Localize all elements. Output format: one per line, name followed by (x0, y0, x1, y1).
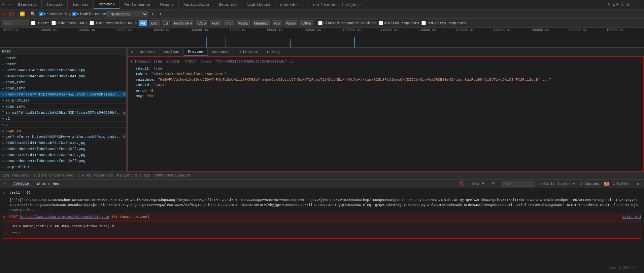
import-icon[interactable]: ⬆ (149, 11, 156, 17)
toolbar-drag-icon[interactable]: ⋮ (3, 181, 7, 186)
throttle-select[interactable]: No throttling (107, 11, 148, 17)
request-scan-info-2[interactable]: ⋯ scan_info (0, 85, 126, 91)
request-scan-info-1[interactable]: ⋯ scan_info (0, 79, 126, 85)
default-levels-dropdown[interactable]: Default levels ▼ (539, 182, 575, 186)
disable-cache-label[interactable]: Disable cache (72, 12, 106, 16)
blocked-requests-checkbox[interactable] (379, 21, 383, 25)
filter-toggle[interactable]: 🔽 (18, 11, 27, 17)
console-link-error[interactable]: init.js:1 (622, 214, 641, 220)
type-manifest-button[interactable]: Manifest (252, 20, 270, 26)
invert-label[interactable]: Invert (31, 21, 49, 25)
console-line-json-parse-output: < true (5, 230, 639, 237)
close-console-button[interactable]: ✕ (635, 181, 641, 187)
preserve-log-label[interactable]: Preserve log (39, 12, 71, 16)
resize-handle-icon[interactable]: ⋮ (120, 49, 124, 53)
json-line-token: token: "5b44c6921b964fa58cf3c2c45a03918c… (130, 71, 641, 77)
request-sign-in[interactable]: ✕ sign_in (0, 128, 126, 134)
third-party-label[interactable]: 3rd-party requests (421, 21, 467, 25)
export-icon[interactable]: ⬇ (157, 11, 164, 17)
whats-new-tab[interactable]: What's New (34, 182, 62, 186)
type-img-button[interactable]: Img (224, 20, 234, 26)
request-batch-1[interactable]: ⋯ batch (0, 55, 126, 61)
eye-toggle[interactable]: 👁 (489, 181, 498, 186)
tab-security[interactable]: Security (214, 0, 242, 9)
hide-extension-urls-label[interactable]: Hide extension URLs (90, 21, 137, 25)
blocked-cookies-checkbox[interactable] (318, 21, 323, 25)
console-line-error: ✕ POST https://www.zhihu.com/api/v3/oaut… (3, 214, 641, 221)
back-button[interactable]: ← (0, 2, 7, 7)
request-sc-profiler-2[interactable]: ⋯ sc-profiler (0, 164, 126, 170)
console-tab[interactable]: Console (11, 182, 32, 186)
issues-count-label: 3 Issues: (580, 182, 600, 186)
type-ws-button[interactable]: WS (272, 20, 282, 26)
tab-recorder[interactable]: Recorder ⚡ (275, 0, 308, 9)
search-button[interactable]: 🔍 (28, 11, 38, 17)
request-img-4[interactable]: □ 905834d68ce444fcb80cee94f6e8d2ff.png (0, 146, 126, 152)
error-url-link[interactable]: https://www.zhihu.com/api/v3/oauth/sign_… (20, 215, 109, 219)
clear-console-button[interactable]: 🚫 (457, 181, 467, 187)
forward-button[interactable]: → (7, 2, 13, 7)
clear-button[interactable]: 🚫 (7, 11, 16, 17)
request-img-3[interactable]: □ 986623a1967d414888acb78c70a04c1e.jpg (0, 140, 126, 146)
more-icon[interactable]: ⋮ (633, 2, 641, 7)
request-scan-info-3[interactable]: ⋯ scan_info (0, 104, 126, 110)
hide-data-urls-label[interactable]: Hide data URLs (52, 21, 88, 25)
request-b[interactable]: ⋯ b (0, 122, 126, 128)
tab-lighthouse[interactable]: Lighthouse (242, 0, 275, 9)
json-line-validate: validate: "MmEVPVVdcMmKzhuB6rcJZ6VT/FJmT… (130, 77, 641, 83)
request-check[interactable]: ⋯ check?referer=https%3A%2F%2Fwww.zhihu.… (0, 91, 126, 98)
preserve-log-checkbox[interactable] (39, 12, 43, 16)
type-media-button[interactable]: Media (236, 20, 250, 26)
tab-network[interactable]: Network (94, 0, 120, 9)
tab-payload[interactable]: Payload (160, 48, 184, 56)
hide-extension-urls-checkbox[interactable] (90, 21, 94, 25)
tab-response[interactable]: Response (208, 48, 234, 56)
third-party-checkbox[interactable] (421, 21, 426, 25)
invert-checkbox[interactable] (31, 21, 35, 25)
console-filter-input[interactable] (502, 181, 535, 187)
tab-elements[interactable]: Elements (13, 0, 42, 9)
type-fetch-xhr-button[interactable]: Fetch/XHR (172, 20, 194, 26)
request-sc-profiler-1[interactable]: ⋯ sc-profiler (0, 98, 126, 104)
blocked-requests-label[interactable]: Blocked requests (379, 21, 419, 25)
request-v2[interactable]: ⋯ v2 (0, 116, 126, 122)
tab-performance-insights[interactable]: Performance insights ⚡ (308, 0, 369, 9)
request-img-6[interactable]: □ 905834d68ce444fcb80cee94f6e8d2ff.png (0, 158, 126, 164)
tab-console[interactable]: Console (42, 0, 68, 9)
type-css-button[interactable]: CSS (196, 20, 208, 26)
tab-initiator[interactable]: Initiator (234, 48, 262, 56)
hide-data-urls-checkbox[interactable] (52, 21, 56, 25)
tab-performance[interactable]: Performance (120, 0, 155, 9)
console-line-json: {"d":{"p/p2AA4J.581AZAHzDAGbRB1031SRz4KL… (3, 197, 641, 214)
blocked-cookies-label[interactable]: Blocked response cookies (318, 21, 376, 25)
tab-sources[interactable]: Sources (68, 0, 94, 9)
settings-icon[interactable]: ⚙ (625, 2, 632, 7)
request-sn-gif[interactable]: □ sn.gif?d=pid%3Dcaptcha%26bid%3Dffccaa5… (0, 110, 126, 116)
type-doc-button[interactable]: Doc (149, 20, 160, 26)
xhr-icon: ⋯ (2, 123, 4, 127)
record-button[interactable] (3, 13, 5, 15)
tab-memory[interactable]: Memory (155, 0, 179, 9)
type-other-button[interactable]: Other (300, 20, 314, 26)
request-img-1[interactable]: □ 32efd804e23143e391502e3ce62eaad9.jpg (0, 67, 126, 73)
type-font-button[interactable]: Font (210, 20, 222, 26)
top-context-select[interactable]: top ▼ (469, 181, 486, 186)
request-get-referer[interactable]: ⋯ get?referer=https%3A%2F%2Fwww.zhihu.co… (0, 134, 126, 140)
console-line-json-parse-input: > JSON.parse(test1).d == JSON.parse(wind… (5, 223, 639, 230)
console-section: ⋮ Console What's New 🚫 top ▼ 👁 Default l… (0, 179, 644, 273)
filter-input[interactable] (2, 20, 29, 26)
tab-timing[interactable]: Timing (262, 48, 284, 56)
tab-preview[interactable]: Preview (184, 48, 208, 56)
request-img-5[interactable]: □ 986623a1967d414888acb78c70a04c1e.jpg (0, 152, 126, 158)
request-batch-2[interactable]: ⋯ batch (0, 61, 126, 67)
xhr-icon: ⋯ (2, 165, 4, 169)
xhr-icon: ⋯ (2, 80, 4, 84)
type-js-button[interactable]: JS (162, 20, 170, 26)
tab-application[interactable]: Application (179, 0, 214, 9)
type-all-button[interactable]: All (139, 20, 147, 26)
request-img-2[interactable]: □ 04582c660d294ea993619411399f7941.png (0, 73, 126, 79)
tab-headers[interactable]: Headers (136, 48, 160, 56)
close-details-button[interactable]: ✕ (128, 49, 136, 55)
disable-cache-checkbox[interactable] (72, 12, 76, 16)
type-wasm-button[interactable]: Wasm (284, 20, 298, 26)
